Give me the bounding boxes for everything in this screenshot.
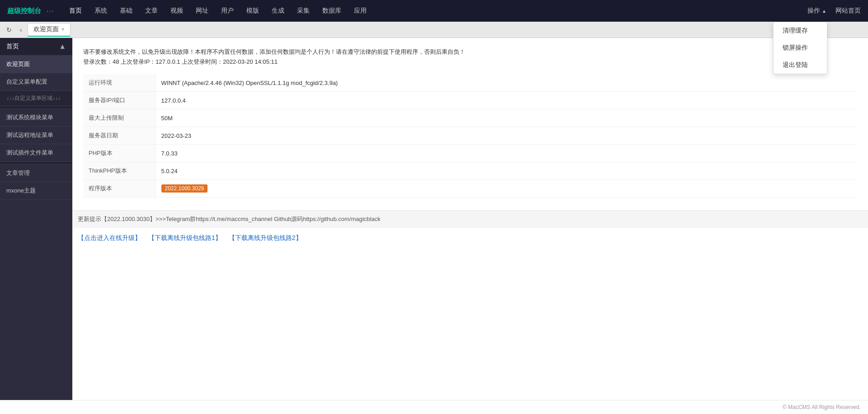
refresh-button[interactable]: ↻ [4,24,14,35]
info-value: 127.0.0.4 [156,92,857,109]
dropdown-item-退出登陆[interactable]: 退出登陆 [774,56,827,74]
brand-label: 超级控制台 [7,7,41,15]
upgrade-link[interactable]: 【下载离线升级包线路2】 [229,234,302,242]
top-menu: 首页系统基础文章视频网址用户模版生成采集数据库应用 [64,5,802,17]
sidebar-header-label: 首页 [6,42,19,51]
footer-text: © MacCMS All Rights Reserved. [783,404,861,410]
table-row: 最大上传限制50M [83,109,857,127]
top-right: 操作 ▲ 网站首页 [802,5,868,17]
upgrade-link[interactable]: 【下载离线升级包线路1】 [148,234,222,242]
notice-line2: 登录次数：48 上次登录IP：127.0.0.1 上次登录时间：2022-03-… [83,57,857,67]
table-row: 程序版本2022.1000.3029 [83,180,857,198]
content-area: 请不要修改系统文件，以免升级出现故障！本程序不内置任何数据，添加任何数据均是个人… [72,38,868,400]
website-link[interactable]: 网站首页 [835,7,861,15]
upgrade-link[interactable]: 【点击进入在线升级】 [78,234,141,242]
sidebar-toggle[interactable]: ▲ [59,42,66,51]
sidebar-item-plugin-menu[interactable]: 测试插件文件菜单 [0,144,72,162]
table-row: ThinkPHP版本5.0.24 [83,162,857,180]
top-nav-item-采集[interactable]: 采集 [292,5,315,17]
footer: © MacCMS All Rights Reserved. [0,400,868,414]
top-nav-item-模版[interactable]: 模版 [241,5,264,17]
top-nav-item-应用[interactable]: 应用 [349,5,372,17]
content-inner: 请不要修改系统文件，以免升级出现故障！本程序不内置任何数据，添加任何数据均是个人… [72,38,868,207]
version-badge: 2022.1000.3029 [161,184,208,193]
table-row: 运行环境WINNT (Apache/2.4.46 (Win32) OpenSSL… [83,74,857,92]
top-nav: 超级控制台 ··· 首页系统基础文章视频网址用户模版生成采集数据库应用 操作 ▲… [0,0,868,22]
sidebar-item-system-menu[interactable]: 测试系统模块菜单 [0,109,72,127]
sidebar-item-mxone-theme[interactable]: mxone主题 [0,182,72,200]
info-value: WINNT (Apache/2.4.46 (Win32) OpenSSL/1.1… [156,74,857,92]
table-row: 服务器日期2022-03-23 [83,127,857,145]
top-nav-item-视频[interactable]: 视频 [165,5,189,17]
top-nav-item-系统[interactable]: 系统 [89,5,113,17]
action-label: 操作 [807,7,820,15]
top-nav-item-首页[interactable]: 首页 [64,5,87,17]
active-tab[interactable]: 欢迎页面 × [28,23,71,37]
table-row: PHP版本7.0.33 [83,145,857,162]
back-button[interactable]: ‹ [17,24,25,35]
top-nav-item-用户[interactable]: 用户 [216,5,239,17]
sidebar-group-custom-menu: ↓↓↓自定义菜单区域↓↓↓ [0,91,72,106]
sidebar-item-menu-config[interactable]: 自定义菜单配置 [0,73,72,91]
info-label: 运行环境 [83,74,156,92]
tab-label: 欢迎页面 [33,25,59,33]
info-table: 运行环境WINNT (Apache/2.4.46 (Win32) OpenSSL… [83,74,857,198]
dropdown-item-锁屏操作[interactable]: 锁屏操作 [774,39,827,56]
upgrade-links: 【点击进入在线升级】【下载离线升级包线路1】【下载离线升级包线路2】 [72,228,868,249]
info-value: 7.0.33 [156,145,857,162]
info-value: 5.0.24 [156,162,857,180]
info-label: 服务器IP/端口 [83,92,156,109]
sidebar: 首页 ▲ 欢迎页面 自定义菜单配置 ↓↓↓自定义菜单区域↓↓↓ 测试系统模块菜单… [0,38,72,400]
top-nav-item-数据库[interactable]: 数据库 [317,5,347,17]
tab-close-button[interactable]: × [61,26,65,33]
top-nav-item-文章[interactable]: 文章 [140,5,163,17]
notice-line1: 请不要修改系统文件，以免升级出现故障！本程序不内置任何数据，添加任何数据均是个人… [83,47,857,57]
table-row: 服务器IP/端口127.0.0.4 [83,92,857,109]
sidebar-item-welcome[interactable]: 欢迎页面 [0,56,72,73]
info-value: 2022.1000.3029 [156,180,857,198]
sidebar-header: 首页 ▲ [0,38,72,56]
info-label: ThinkPHP版本 [83,162,156,180]
notice-box: 请不要修改系统文件，以免升级出现故障！本程序不内置任何数据，添加任何数据均是个人… [83,47,857,72]
sidebar-item-remote-menu[interactable]: 测试远程地址菜单 [0,127,72,144]
info-label: 最大上传限制 [83,109,156,127]
info-label: 服务器日期 [83,127,156,145]
top-nav-item-基础[interactable]: 基础 [114,5,138,17]
update-bar: 更新提示【2022.1000.3030】>>>Telegram群https://… [72,210,868,228]
dropdown-item-清理缓存[interactable]: 清理缓存 [774,22,827,39]
main-layout: 首页 ▲ 欢迎页面 自定义菜单配置 ↓↓↓自定义菜单区域↓↓↓ 测试系统模块菜单… [0,38,868,400]
top-nav-item-网址[interactable]: 网址 [190,5,214,17]
sidebar-item-article-manage[interactable]: 文章管理 [0,165,72,182]
action-arrow: ▲ [822,9,826,14]
nav-dots[interactable]: ··· [47,7,55,14]
info-label: 程序版本 [83,180,156,198]
info-label: PHP版本 [83,145,156,162]
tab-bar: ↻ ‹ 欢迎页面 × [0,22,868,38]
top-nav-item-生成[interactable]: 生成 [266,5,290,17]
info-value: 50M [156,109,857,127]
info-value: 2022-03-23 [156,127,857,145]
action-button[interactable]: 操作 ▲ [802,5,832,17]
dropdown-menu: 清理缓存锁屏操作退出登陆 [773,22,827,74]
